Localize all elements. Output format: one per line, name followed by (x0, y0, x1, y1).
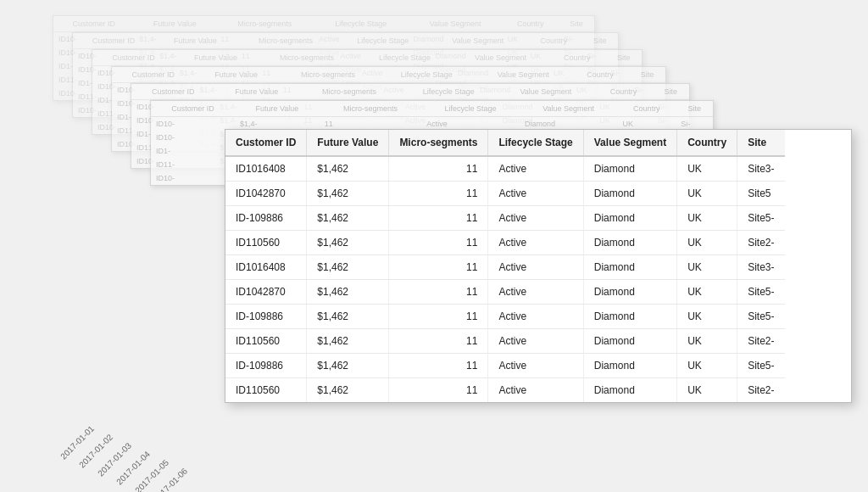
table-cell: Active (488, 182, 583, 206)
ghost-col-header: Micro-segments (236, 33, 336, 49)
ghost-col-header: Customer ID (131, 84, 214, 100)
table-cell: 11 (389, 305, 488, 329)
ghost-col-header: Lifecycle Stage (314, 16, 408, 32)
ghost-col-header: Future Value (134, 16, 215, 32)
ghost-col-header: Value Segment (453, 50, 548, 66)
table-cell: Active (488, 206, 583, 231)
ghost-col-header: Future Value (195, 67, 278, 83)
table-cell: Diamond (583, 231, 676, 255)
table-cell: UK (677, 280, 737, 305)
table-cell: ID1042870 (225, 182, 307, 206)
table-cell: Active (488, 156, 583, 182)
ghost-col-header: Micro-segments (298, 84, 400, 100)
ghost-col-header: Site (559, 16, 594, 32)
table-cell: ID1016408 (225, 255, 307, 280)
ghost-col-header: Country (526, 33, 582, 49)
ghost-col-header: Future Value (175, 50, 257, 66)
table-cell: ID-109886 (225, 354, 307, 378)
table-cell: Active (488, 231, 583, 255)
table-cell: UK (677, 354, 737, 378)
table-body: ID1016408$1,46211ActiveDiamondUKSite3-ID… (225, 156, 785, 402)
table-cell: $1,462 (307, 280, 389, 305)
table-cell: UK (677, 329, 737, 354)
table-cell: UK (677, 206, 737, 231)
table-cell: Active (488, 354, 583, 378)
scene: Customer IDFuture ValueMicro-segmentsLif… (0, 0, 868, 492)
table-cell: Diamond (583, 156, 676, 182)
table-cell: $1,462 (307, 305, 389, 329)
table-cell: Site5- (737, 354, 785, 378)
ghost-table-cell: ID1- (151, 144, 235, 158)
ghost-col-header: Future Value (154, 33, 236, 49)
ghost-col-header: Micro-segments (320, 101, 421, 117)
column-header: Value Segment (583, 130, 676, 156)
ghost-col-header: Site (629, 67, 665, 83)
table-cell: Site5- (737, 206, 785, 231)
table-cell: $1,462 (307, 329, 389, 354)
table-cell: UK (677, 231, 737, 255)
table-cell: ID110560 (225, 329, 307, 354)
table-cell: $1,462 (307, 231, 389, 255)
table-header-row: Customer IDFuture ValueMicro-segmentsLif… (225, 130, 785, 156)
table-row: ID1042870$1,46211ActiveDiamondUKSite5 (225, 182, 785, 206)
ghost-table-cell: ID10- (151, 171, 235, 185)
table-row: ID-109886$1,46211ActiveDiamondUKSite5- (225, 305, 785, 329)
ghost-col-header: Customer ID (151, 101, 235, 117)
ghost-col-header: Site (605, 50, 642, 66)
table-cell: Site2- (737, 378, 785, 403)
table-cell: 11 (389, 378, 488, 403)
table-cell: Active (488, 255, 583, 280)
table-cell: UK (677, 156, 737, 182)
ghost-col-header: Value Segment (498, 84, 595, 100)
table-cell: Site3- (737, 255, 785, 280)
ghost-col-header: Micro-segments (278, 67, 379, 83)
table-cell: 11 (389, 329, 488, 354)
ghost-col-header: Value Segment (409, 16, 503, 32)
ghost-col-header: Value Segment (520, 101, 617, 117)
table-cell: Site2- (737, 329, 785, 354)
ghost-table-cell: ID10- (151, 117, 235, 131)
ghost-col-header: Customer ID (53, 16, 134, 32)
table-cell: Diamond (583, 255, 676, 280)
table-cell: 11 (389, 206, 488, 231)
table-cell: ID1016408 (225, 156, 307, 182)
table-cell: ID1042870 (225, 280, 307, 305)
ghost-col-header: Site (582, 33, 618, 49)
table-cell: 11 (389, 182, 488, 206)
ghost-col-header: Lifecycle Stage (357, 50, 453, 66)
table-cell: $1,462 (307, 206, 389, 231)
ghost-col-header: Micro-segments (215, 16, 314, 32)
table-cell: Site2- (737, 231, 785, 255)
ghost-col-header: Country (571, 67, 629, 83)
table-cell: Diamond (583, 280, 676, 305)
ghost-col-header: Customer ID (92, 50, 175, 66)
table-cell: Active (488, 329, 583, 354)
column-header: Lifecycle Stage (488, 130, 583, 156)
table-row: ID1016408$1,46211ActiveDiamondUKSite3- (225, 156, 785, 182)
ghost-col-header: Value Segment (431, 33, 526, 49)
table-cell: ID110560 (225, 231, 307, 255)
ghost-col-header: Future Value (214, 84, 298, 100)
ghost-table-cell: ID11- (151, 158, 235, 171)
table-cell: 11 (389, 231, 488, 255)
table-cell: ID-109886 (225, 305, 307, 329)
ghost-col-header: Lifecycle Stage (421, 101, 520, 117)
column-header: Customer ID (225, 130, 307, 156)
ghost-col-header: Lifecycle Stage (400, 84, 498, 100)
table-cell: $1,462 (307, 354, 389, 378)
table-row: ID-109886$1,46211ActiveDiamondUKSite5- (225, 206, 785, 231)
table-row: ID-109886$1,46211ActiveDiamondUKSite5- (225, 354, 785, 378)
ghost-col-header: Customer ID (112, 67, 195, 83)
ghost-col-header: Customer ID (73, 33, 154, 49)
table-cell: Site3- (737, 156, 785, 182)
table-row: ID110560$1,46211ActiveDiamondUKSite2- (225, 378, 785, 403)
table-cell: 11 (389, 354, 488, 378)
ghost-col-header: Future Value (235, 101, 320, 117)
table-cell: Diamond (583, 182, 676, 206)
column-header: Micro-segments (389, 130, 488, 156)
ghost-col-header: Country (617, 101, 676, 117)
table-cell: Diamond (583, 378, 676, 403)
table-cell: Diamond (583, 329, 676, 354)
table-cell: ID110560 (225, 378, 307, 403)
ghost-col-header: Country (503, 16, 559, 32)
